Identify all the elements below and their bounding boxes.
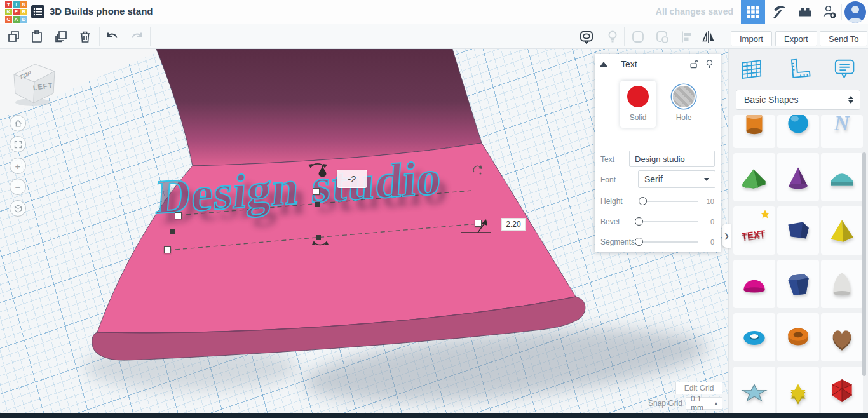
- shape-tube[interactable]: [777, 313, 819, 361]
- paste-icon[interactable]: [29, 29, 44, 44]
- collapse-panel-button[interactable]: [595, 54, 613, 74]
- segments-value: 0: [710, 238, 714, 246]
- toolbar-divider: [599, 27, 599, 46]
- tinkercad-logo[interactable]: TINKERCAD: [5, 1, 29, 23]
- ungroup-icon[interactable]: [654, 29, 670, 44]
- logo-cell: N: [20, 1, 27, 8]
- notes-tool-icon[interactable]: [830, 55, 858, 83]
- segments-slider-track[interactable]: [639, 241, 698, 243]
- font-field-label: Font: [600, 175, 616, 184]
- logo-cell: R: [20, 9, 27, 16]
- toolbar-divider: [624, 27, 625, 46]
- header: TINKERCAD 3D Builds phone stand All chan…: [0, 0, 868, 24]
- minecraft-pickaxe-icon[interactable]: [768, 0, 792, 24]
- rotate-handle-icon[interactable]: [311, 240, 329, 249]
- copy-icon[interactable]: [6, 29, 22, 44]
- avatar[interactable]: [844, 1, 866, 23]
- shape-paraboloid[interactable]: [821, 260, 863, 308]
- delete-icon[interactable]: [78, 29, 93, 44]
- shape-hex-prism[interactable]: [777, 260, 819, 308]
- shape-icosahedron[interactable]: [821, 367, 863, 415]
- send-to-button[interactable]: Send To: [820, 31, 867, 46]
- solid-material-button[interactable]: Solid: [620, 81, 656, 128]
- height-value: 10: [707, 198, 714, 205]
- snap-grid-dropdown[interactable]: 0.1 mm ▲: [686, 397, 722, 410]
- design-menu-icon[interactable]: [31, 4, 45, 19]
- show-all-icon[interactable]: [579, 29, 594, 44]
- shape-cylinder[interactable]: [733, 115, 775, 148]
- collapse-icon: [600, 62, 607, 67]
- raise-handle-icon[interactable]: [318, 166, 327, 177]
- shape-heart[interactable]: [821, 313, 863, 361]
- shape-round-roof[interactable]: [821, 153, 863, 201]
- shape-star[interactable]: [777, 367, 819, 415]
- midpoint-handle[interactable]: [316, 235, 321, 240]
- scale-handle[interactable]: [313, 188, 320, 195]
- library-scrollbar[interactable]: [862, 152, 866, 376]
- inspector-title: Text: [621, 59, 689, 69]
- hole-material-button[interactable]: Hole: [666, 81, 702, 128]
- shape-roof[interactable]: [733, 153, 775, 201]
- bevel-slider-knob[interactable]: [635, 217, 643, 226]
- fit-view-button[interactable]: [10, 136, 26, 152]
- rotate-handle-icon[interactable]: [473, 165, 483, 176]
- lock-icon[interactable]: [689, 59, 699, 69]
- toolbar-divider: [150, 27, 151, 46]
- lightbulb-icon[interactable]: [705, 59, 715, 69]
- redo-icon[interactable]: [128, 29, 144, 44]
- scale-handle[interactable]: [164, 246, 171, 253]
- zoom-in-button[interactable]: +: [10, 158, 26, 174]
- shape-pyramid[interactable]: [821, 206, 863, 255]
- bevel-label: Bevel: [600, 217, 620, 226]
- logo-cell: K: [5, 9, 12, 16]
- shape-sphere[interactable]: [777, 115, 819, 148]
- undo-icon[interactable]: [105, 29, 121, 44]
- duplicate-icon[interactable]: [53, 29, 69, 44]
- midpoint-handle[interactable]: [315, 202, 320, 207]
- tinkercad-app: TINKERCAD 3D Builds phone stand All chan…: [0, 0, 868, 418]
- logo-cell: A: [13, 16, 20, 23]
- solid-color-swatch: [627, 86, 649, 107]
- shape-torus[interactable]: [733, 313, 775, 361]
- invite-user-icon[interactable]: [818, 0, 841, 24]
- dashboard-grid-button[interactable]: [741, 0, 765, 24]
- viewport-bottom-edge: [0, 413, 868, 418]
- edit-grid-button[interactable]: Edit Grid: [675, 382, 722, 394]
- home-view-button[interactable]: [10, 115, 26, 131]
- bevel-slider-track[interactable]: [639, 221, 698, 222]
- scale-handle[interactable]: [475, 220, 482, 227]
- import-button[interactable]: Import: [731, 31, 772, 46]
- perspective-toggle-button[interactable]: [10, 200, 26, 217]
- view-cube[interactable]: TOP LEFT: [6, 57, 58, 109]
- shape-text[interactable]: TEXTTEXT: [733, 206, 775, 255]
- zoom-out-button[interactable]: −: [10, 179, 26, 195]
- shape-cone[interactable]: [777, 153, 819, 201]
- segments-slider-knob[interactable]: [635, 238, 643, 246]
- shape-half-sphere[interactable]: [733, 260, 775, 308]
- workplane-tool-icon[interactable]: [738, 55, 766, 83]
- midpoint-handle[interactable]: [170, 229, 175, 234]
- ruler-tool-icon[interactable]: [784, 55, 812, 83]
- text-field-label: Text: [600, 155, 614, 164]
- height-slider-knob[interactable]: [639, 197, 647, 205]
- font-select[interactable]: Serif: [638, 170, 715, 188]
- caret-up-icon: ▲: [714, 401, 719, 407]
- shape-polygon[interactable]: [777, 206, 819, 255]
- text-input[interactable]: [629, 151, 715, 167]
- mirror-icon[interactable]: [701, 29, 716, 44]
- align-icon[interactable]: [679, 29, 695, 44]
- shape-star-thin[interactable]: [733, 367, 775, 415]
- shape-category-dropdown[interactable]: Basic Shapes: [736, 90, 860, 110]
- scale-handle[interactable]: [175, 212, 182, 219]
- lightbulb-icon[interactable]: [605, 29, 620, 44]
- document-title[interactable]: 3D Builds phone stand: [50, 6, 153, 17]
- shape-library: NTEXTTEXT Basic Shapes: [728, 49, 868, 418]
- dimension-value[interactable]: 2.20: [501, 218, 526, 231]
- collapse-library-button[interactable]: ❯: [722, 224, 731, 248]
- lego-brick-icon[interactable]: [793, 0, 817, 24]
- group-icon[interactable]: [630, 29, 646, 44]
- shape-scribble[interactable]: N: [821, 115, 863, 148]
- export-button[interactable]: Export: [775, 31, 817, 46]
- logo-cell: T: [5, 1, 12, 8]
- height-slider-track[interactable]: [639, 201, 698, 202]
